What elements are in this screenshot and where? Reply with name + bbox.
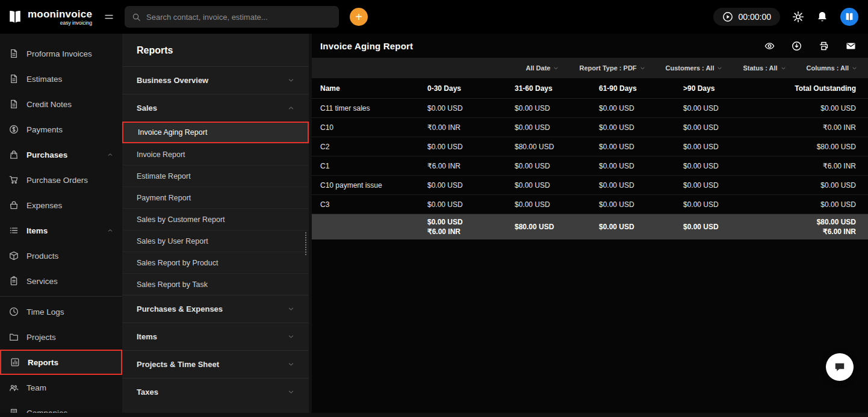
filter-customers-all[interactable]: Customers : All [666, 64, 723, 72]
amount-cell: $0.00 USD [598, 162, 682, 170]
report-item-sales-report-by-product[interactable]: Sales Report by Product [122, 252, 309, 273]
sidebar-item-estimates[interactable]: Estimates [0, 66, 122, 91]
sidebar-item-label: Proforma Invoices [26, 49, 92, 58]
sidebar-divider [0, 296, 122, 297]
table-row[interactable]: C11 timer sales$0.00 USD$0.00 USD$0.00 U… [312, 99, 868, 118]
table-row[interactable]: C1₹6.00 INR$0.00 USD$0.00 USD$0.00 USD₹6… [312, 156, 868, 176]
brand-name: mooninvoice [28, 8, 92, 20]
main-content: Invoice Aging Report All DateReport Type… [312, 34, 868, 417]
filter-status-all[interactable]: Status : All [743, 64, 786, 72]
chat-fab-button[interactable] [826, 353, 854, 381]
table-row[interactable]: C10 payment issue$0.00 USD$0.00 USD$0.00… [312, 176, 868, 195]
timer-value: 00:00:00 [739, 12, 772, 22]
report-item-estimate-report[interactable]: Estimate Report [122, 165, 309, 187]
print-printer-icon[interactable] [819, 41, 829, 51]
total-cell: $80.00 USD₹6.00 INR [766, 217, 868, 236]
cart-icon [9, 175, 19, 185]
sidebar-item-credit-notes[interactable]: Credit Notes [0, 91, 122, 117]
sidebar-item-expenses[interactable]: Expenses [0, 193, 122, 218]
sidebar-item-label: Projects [26, 333, 56, 342]
reports-panel: Reports Business OverviewSalesInvoice Ag… [122, 34, 312, 417]
amount-cell: $0.00 USD [513, 181, 598, 190]
column-header-name: Name [312, 84, 426, 93]
brand[interactable]: mooninvoice easy invoicing [7, 8, 92, 26]
amount-cell: $0.00 USD [598, 143, 682, 151]
report-item-sales-by-user-report[interactable]: Sales by User Report [122, 230, 309, 252]
sidebar-item-time-logs[interactable]: Time Logs [0, 299, 122, 324]
avatar-book-icon [845, 12, 854, 22]
filter-report-type-pdf[interactable]: Report Type : PDF [579, 64, 645, 72]
sidebar-item-payments[interactable]: Payments [0, 117, 122, 142]
sidebar-item-items[interactable]: Items [0, 218, 122, 243]
sidebar-item-purchase-orders[interactable]: Purchase Orders [0, 167, 122, 193]
avatar[interactable] [840, 8, 858, 26]
total-cell: $0.00 USD [682, 222, 766, 232]
report-actions [764, 41, 856, 51]
report-section-projects-time-sheet[interactable]: Projects & Time Sheet [122, 350, 309, 378]
report-item-invoice-report[interactable]: Invoice Report [122, 143, 309, 165]
report-section-taxes[interactable]: Taxes [122, 378, 309, 406]
table-row[interactable]: C2$0.00 USD$80.00 USD$0.00 USD$0.00 USD$… [312, 137, 868, 156]
customer-name-cell: C3 [312, 200, 426, 209]
sidebar-item-reports[interactable]: Reports [0, 350, 122, 375]
brand-tagline: easy invoicing [60, 20, 92, 26]
filter-label: Columns : All [807, 64, 849, 72]
report-section-items[interactable]: Items [122, 323, 309, 350]
filter-columns-all[interactable]: Columns : All [807, 64, 857, 72]
timer-widget[interactable]: 00:00:00 [713, 8, 781, 26]
settings-gear-icon[interactable] [792, 11, 804, 23]
chevron-down-icon [288, 361, 294, 368]
sidebar-item-team[interactable]: Team [0, 375, 122, 400]
download-download-icon[interactable] [792, 41, 802, 51]
amount-cell: $0.00 USD [598, 104, 682, 113]
notifications-bell-icon[interactable] [816, 11, 828, 23]
sidebar-item-purchases[interactable]: Purchases [0, 142, 122, 167]
add-new-button[interactable]: + [350, 8, 368, 26]
purse-icon [9, 200, 19, 210]
customer-name-cell: C2 [312, 143, 426, 151]
amount-cell: $0.00 USD [513, 123, 598, 132]
report-section-business-overview[interactable]: Business Overview [122, 66, 309, 94]
amount-cell: $0.00 USD [682, 104, 766, 113]
report-section-sales[interactable]: Sales [122, 94, 309, 122]
amount-cell: $0.00 USD [598, 123, 682, 132]
preview-eye-icon[interactable] [764, 41, 775, 51]
sidebar-item-services[interactable]: Services [0, 268, 122, 294]
hamburger-menu-icon[interactable] [104, 12, 114, 22]
total-cell: $0.00 USD₹6.00 INR [426, 217, 513, 236]
table-row[interactable]: C10₹0.00 INR$0.00 USD$0.00 USD$0.00 USD₹… [312, 118, 868, 137]
sidebar-item-label: Reports [28, 358, 58, 367]
sidebar-item-label: Estimates [26, 75, 62, 84]
chevron-up-icon [107, 227, 113, 233]
sidebar-item-proforma-invoices[interactable]: Proforma Invoices [0, 41, 122, 66]
sidebar-item-label: Credit Notes [26, 100, 72, 109]
section-label: Sales [137, 103, 157, 113]
clock-icon [9, 307, 19, 317]
report-sections: Business OverviewSalesInvoice Aging Repo… [122, 66, 309, 406]
global-search[interactable] [125, 6, 339, 28]
report-section-purchases-expenses[interactable]: Purchases & Expenses [122, 295, 309, 323]
sidebar-item-projects[interactable]: Projects [0, 324, 122, 350]
report-item-sales-report-by-task[interactable]: Sales Report by Task [122, 273, 309, 295]
table-row[interactable]: C3$0.00 USD$0.00 USD$0.00 USD$0.00 USD$0… [312, 195, 868, 214]
sidebar-item-label: Time Logs [26, 307, 64, 317]
report-item-invoice-aging-report[interactable]: Invoice Aging Report [122, 122, 309, 143]
bottom-scrollbar[interactable] [0, 413, 868, 417]
report-item-sales-by-customer-report[interactable]: Sales by Customer Report [122, 208, 309, 230]
chevron-down-icon [640, 66, 645, 71]
doc-icon [9, 99, 19, 109]
filter-all-date[interactable]: All Date [525, 64, 559, 72]
filter-label: Status : All [743, 64, 777, 72]
total-cell: $0.00 USD [598, 222, 682, 232]
panel-resize-grip[interactable] [305, 232, 308, 255]
amount-cell: $0.00 USD [513, 200, 598, 209]
app-window: mooninvoice easy invoicing + 00:00:00 Pr… [0, 0, 868, 417]
amount-cell: ₹6.00 INR [426, 162, 513, 170]
email-mail-icon[interactable] [846, 41, 856, 51]
play-icon [722, 11, 733, 22]
report-item-payment-report[interactable]: Payment Report [122, 187, 309, 208]
search-input[interactable] [146, 13, 332, 22]
box-icon [9, 251, 19, 261]
section-label: Projects & Time Sheet [137, 360, 219, 369]
sidebar-item-products[interactable]: Products [0, 243, 122, 268]
